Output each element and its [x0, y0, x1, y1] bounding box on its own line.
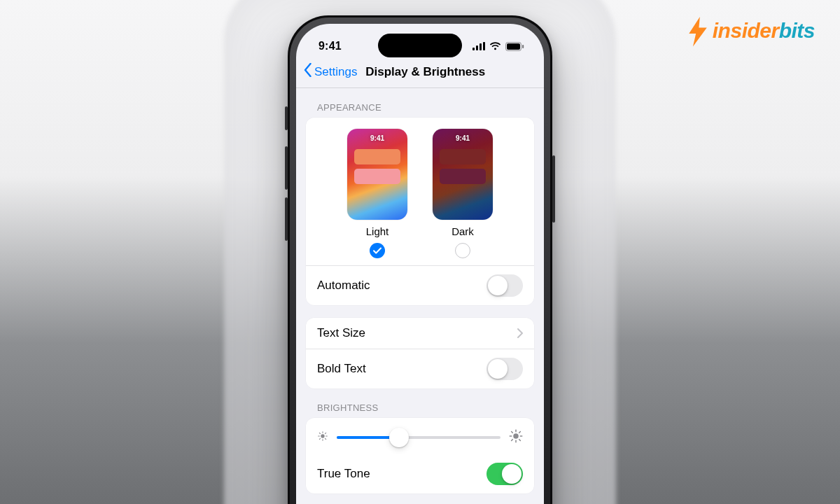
appearance-option-dark[interactable]: 9:41 Dark [433, 129, 493, 258]
light-preview-widgets [354, 149, 400, 184]
lightning-bolt-icon [686, 17, 710, 45]
true-tone-label: True Tone [317, 467, 370, 481]
cellular-signal-icon [472, 42, 485, 50]
brightness-slider[interactable] [337, 428, 500, 447]
status-time: 9:41 [318, 40, 342, 52]
brightness-section-header: BRIGHTNESS [306, 388, 534, 418]
status-icons [472, 42, 524, 51]
slider-thumb[interactable] [389, 428, 409, 447]
nav-bar: Settings Display & Brightness [296, 62, 544, 88]
light-radio-selected[interactable] [370, 243, 385, 258]
svg-line-9 [319, 433, 320, 433]
brightness-card: True Tone [306, 418, 534, 493]
text-card: Text Size Bold Text [306, 318, 534, 388]
appearance-card: 9:41 Light 9: [306, 118, 534, 305]
automatic-row: Automatic [306, 265, 534, 305]
svg-line-12 [325, 433, 326, 433]
automatic-label: Automatic [317, 279, 370, 293]
watermark-text-2: bits [779, 19, 815, 43]
volume-up-button [285, 146, 288, 190]
brightness-slider-row [306, 418, 534, 454]
svg-point-4 [321, 434, 324, 438]
bold-text-label: Bold Text [317, 362, 366, 376]
light-preview: 9:41 [347, 129, 407, 220]
dark-label: Dark [451, 225, 474, 237]
insiderbits-watermark: insiderbits [686, 17, 815, 45]
chevron-left-icon [303, 63, 313, 80]
true-tone-toggle[interactable] [486, 463, 523, 485]
sun-min-icon [317, 430, 328, 444]
dark-radio-unselected[interactable] [455, 243, 470, 258]
appearance-option-light[interactable]: 9:41 Light [347, 129, 407, 258]
wifi-icon [489, 42, 501, 50]
dark-preview: 9:41 [433, 129, 493, 220]
true-tone-row: True Tone [306, 454, 534, 493]
svg-rect-2 [507, 43, 520, 50]
light-label: Light [366, 225, 389, 237]
settings-content[interactable]: APPEARANCE 9:41 Light [296, 88, 544, 504]
automatic-toggle[interactable] [486, 274, 523, 297]
sun-max-icon [509, 429, 523, 446]
svg-line-11 [319, 438, 320, 439]
light-preview-time: 9:41 [347, 129, 407, 142]
svg-line-19 [519, 440, 521, 441]
side-button [552, 155, 555, 223]
text-size-row[interactable]: Text Size [306, 318, 534, 349]
iphone-frame: 9:41 Settings [288, 15, 552, 504]
svg-line-21 [519, 432, 521, 433]
mute-switch [285, 106, 288, 130]
svg-line-18 [512, 432, 513, 433]
dynamic-island [378, 34, 462, 57]
svg-line-10 [325, 438, 326, 439]
iphone-screen: 9:41 Settings [296, 24, 544, 504]
dark-preview-time: 9:41 [433, 129, 493, 142]
watermark-text-1: insider [713, 19, 779, 43]
text-size-label: Text Size [317, 326, 365, 340]
battery-icon [505, 42, 524, 51]
bold-text-toggle[interactable] [486, 358, 523, 380]
svg-point-13 [513, 433, 519, 439]
image-stage: insiderbits 9:41 [0, 0, 840, 504]
checkmark-icon [373, 244, 382, 257]
volume-down-button [285, 197, 288, 241]
page-title: Display & Brightness [315, 65, 536, 79]
svg-marker-0 [689, 17, 707, 47]
chevron-right-icon [517, 328, 523, 338]
bold-text-row: Bold Text [306, 349, 534, 388]
svg-rect-3 [522, 45, 524, 48]
appearance-section-header: APPEARANCE [306, 88, 534, 118]
dark-preview-widgets [440, 149, 486, 184]
svg-line-20 [512, 440, 513, 441]
appearance-previews: 9:41 Light 9: [306, 118, 534, 265]
